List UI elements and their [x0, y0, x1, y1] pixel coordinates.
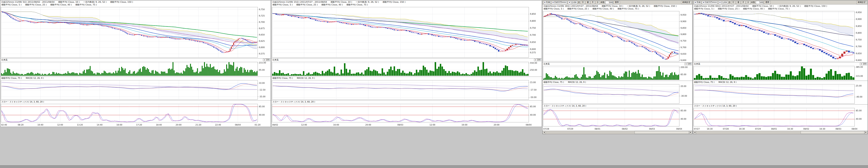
market-select[interactable]: ▼ 先物 [694, 1, 701, 4]
legend-ichimoku: 一目均衡表( 9, 26, 52 ) [356, 1, 379, 3]
stochastics-chart-canvas[interactable] [272, 103, 542, 123]
scroll-track[interactable] [696, 131, 864, 134]
volume-chart-canvas[interactable] [542, 65, 692, 81]
period-week-button[interactable]: 週 [736, 1, 740, 4]
scroll-thumb[interactable] [634, 131, 689, 134]
stochastics-chart-canvas[interactable] [693, 107, 868, 127]
chart-header: 日経225mini 11/09( 30分) 2011/07/27 - 2011/… [542, 4, 692, 10]
period-minute-button[interactable]: 分 [746, 1, 750, 4]
bottom-bar [0, 165, 868, 168]
period-week-button[interactable]: 週 [586, 1, 590, 4]
chart-toolbar: ▼ 先物 ▼ 日経225mini ▼ 11/09 足 日 週 月 分 本数 適用… [542, 0, 692, 4]
chart-window-15min: 日経225mini 11/09( 15分) 2011/07/27 - 2011/… [271, 0, 542, 127]
legend-ma10: 移動平均( Close, 10 ) [602, 5, 623, 7]
macd-chart-canvas[interactable] [542, 84, 692, 104]
stochastics-label: スロー・ストキャスティクス( 14, 3, 60, 20 ) [1, 101, 44, 103]
period-month-button[interactable]: 月 [741, 1, 745, 4]
stochastics-label: スロー・ストキャスティクス( 14, 3, 60, 20 ) [544, 105, 586, 107]
volume-chart-canvas[interactable] [272, 61, 542, 77]
legend-ma10: 移動平均( Close, 10 ) [752, 5, 774, 7]
symbol-select-value: 日経225mini [554, 1, 566, 4]
period-day-button[interactable]: 日 [581, 1, 585, 4]
legend-ma150: 移動平均( Close, 150 ) [110, 1, 133, 3]
apply-button[interactable]: 適用 [614, 1, 620, 4]
legend-ma40: 移動平均( Close, 40 ) [50, 3, 72, 6]
stochastics-chart-canvas[interactable] [0, 103, 271, 123]
chart-title: 日経225mini 11/09( 5分) 2011/08/02 - 2011/0… [1, 1, 55, 3]
volume-chart-canvas[interactable] [0, 61, 271, 77]
page: { "window": {"bg": "#c6c6c6", "accent_up… [0, 0, 868, 168]
legend-ma5: 移動平均( Close, 5 ) [1, 3, 22, 6]
market-select[interactable]: ▼ 先物 [543, 1, 551, 4]
chart-title: 日経225mini 11/09( 15分) 2011/07/27 - 2011/… [273, 1, 327, 3]
stoch-section-header: スロー・ストキャスティクス( 14, 3, 60, 20 ) [272, 100, 542, 103]
period-day-button[interactable]: 日 [731, 1, 736, 4]
symbol-select-value: 日経225mini [705, 1, 717, 4]
apply-button[interactable]: 適用 [764, 1, 770, 4]
market-select-value: 先物 [696, 1, 700, 4]
legend-ma25: 移動平均( Close, 25 ) [718, 7, 739, 10]
scroll-right-button[interactable]: ▶ [689, 131, 692, 134]
dropdown-arrow-icon: ▼ [552, 2, 553, 3]
chart-title: 日経225mini 11/09( 60分) 2011/07/27 - 2011/… [694, 5, 749, 7]
contract-select[interactable]: ▼ 11/09 [718, 1, 727, 4]
scroll-left-icon: ◀ [544, 132, 545, 133]
volume-unit-badge: × 100 [685, 63, 691, 65]
chart-header: 日経225mini 11/09( 60分) 2011/07/27 - 2011/… [693, 4, 868, 10]
symbol-settings-button[interactable]: 銘柄設定 [857, 1, 867, 4]
market-select-value: 先物 [546, 1, 550, 4]
legend-ma10: 移動平均( Close, 10 ) [331, 1, 352, 3]
volume-unit-badge: × 100 [860, 63, 867, 65]
macd-chart-canvas[interactable] [0, 80, 271, 100]
macd-section-header: 移動平均( Close, 75 ) MACD( 12, 26, 9 ) [272, 77, 542, 80]
macd-section-header: 移動平均( Close, 75 ) MACD( 12, 26, 9 ) [542, 81, 692, 84]
chart-h-scrollbar[interactable]: ◀ ▶ [693, 131, 868, 134]
volume-chart-canvas[interactable] [693, 65, 868, 81]
stochastics-chart-canvas[interactable] [542, 107, 692, 127]
macd-ma-label: 移動平均( Close, 75 ) [1, 77, 22, 80]
dropdown-arrow-icon: ▼ [719, 2, 720, 3]
symbol-select[interactable]: ▼ 日経225mini [702, 1, 718, 4]
macd-ma-label: 移動平均( Close, 75 ) [273, 77, 293, 80]
time-axis [693, 127, 868, 131]
macd-chart-canvas[interactable] [693, 84, 868, 104]
symbol-select[interactable]: ▼ 日経225mini [551, 1, 567, 4]
bar-count-input[interactable] [756, 1, 764, 4]
macd-label: MACD( 12, 26, 9 ) [718, 81, 736, 84]
period-month-button[interactable]: 月 [591, 1, 595, 4]
chart-window-30min: ▼ 先物 ▼ 日経225mini ▼ 11/09 足 日 週 月 分 本数 適用… [542, 0, 692, 134]
price-chart-canvas[interactable] [272, 6, 542, 58]
legend-ma150: 移動平均( Close, 150 ) [654, 5, 677, 7]
bar-count-input[interactable] [605, 1, 613, 4]
symbol-settings-button[interactable]: 銘柄設定 [681, 1, 691, 4]
contract-select[interactable]: ▼ 11/09 [568, 1, 577, 4]
macd-label: MACD( 12, 26, 9 ) [26, 77, 44, 80]
scroll-thumb[interactable] [801, 131, 864, 134]
volume-label: 出来高 [694, 62, 700, 65]
legend-ichimoku: 一目均衡表( 9, 26, 52 ) [83, 1, 106, 3]
legend-ma10: 移動平均( Close, 10 ) [58, 1, 80, 3]
price-chart-canvas[interactable] [542, 10, 692, 62]
legend-ma40: 移動平均( Close, 40 ) [592, 7, 614, 10]
macd-chart-canvas[interactable] [272, 80, 542, 100]
scroll-left-button[interactable]: ◀ [693, 131, 696, 134]
period-minute-button[interactable]: 分 [595, 1, 600, 4]
legend-ma40: 移動平均( Close, 40 ) [743, 7, 764, 10]
time-axis [0, 123, 271, 127]
volume-section-header: 出来高 × 100 [272, 58, 542, 61]
macd-label: MACD( 12, 26, 9 ) [568, 81, 586, 84]
scroll-right-button[interactable]: ▶ [864, 131, 868, 134]
legend-ma75: 移動平均( Close, 75 ) [617, 7, 639, 10]
legend-ma25: 移動平均( Close, 25 ) [25, 3, 46, 6]
scroll-track[interactable] [546, 131, 689, 134]
volume-section-header: 出来高 × 100 [542, 62, 692, 65]
bar-type-label: 足 [578, 1, 580, 4]
volume-label: 出来高 [1, 58, 7, 61]
chart-h-scrollbar[interactable]: ◀ ▶ [542, 131, 692, 134]
chart-header: 日経225mini 11/09( 15分) 2011/07/27 - 2011/… [272, 0, 542, 6]
stoch-section-header: スロー・ストキャスティクス( 14, 3, 60, 20 ) [693, 104, 868, 107]
bar-count-label: 本数 [751, 1, 755, 4]
scroll-left-button[interactable]: ◀ [542, 131, 546, 134]
price-chart-canvas[interactable] [693, 10, 868, 62]
price-chart-canvas[interactable] [0, 6, 271, 58]
